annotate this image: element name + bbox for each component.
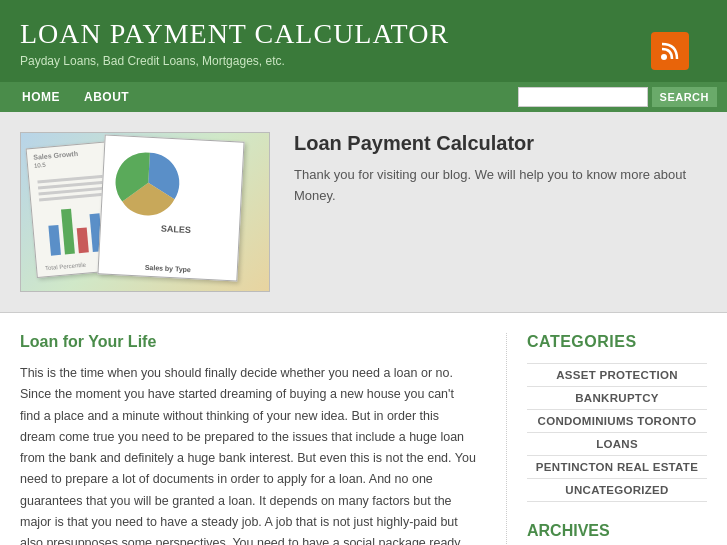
archives-title: ARCHIVES <box>527 522 707 540</box>
article-title: Loan for Your Life <box>20 333 476 351</box>
search-button[interactable]: Search <box>652 87 717 107</box>
nav-links: Home About <box>10 84 141 110</box>
search-input[interactable] <box>518 87 648 107</box>
hero-image: Sales Growth 10.5 Total Percentile <box>20 132 270 292</box>
hero-title: Loan Payment Calculator <box>294 132 707 155</box>
site-tagline: Payday Loans, Bad Credit Loans, Mortgage… <box>20 54 707 68</box>
sidebar: CATEGORIES Asset Protection Bankruptcy C… <box>507 333 707 545</box>
categories-title: CATEGORIES <box>527 333 707 351</box>
hero-text: Loan Payment Calculator Thank you for vi… <box>294 132 707 207</box>
site-header: Loan Payment Calculator Payday Loans, Ba… <box>0 0 727 82</box>
article-content: Loan for Your Life This is the time when… <box>20 333 507 545</box>
hero-description: Thank you for visiting our blog. We will… <box>294 165 707 207</box>
main-content: Loan for Your Life This is the time when… <box>0 313 727 545</box>
site-title: Loan Payment Calculator <box>20 18 707 50</box>
nav-item-about[interactable]: About <box>72 84 141 110</box>
category-loans[interactable]: Loans <box>527 433 707 455</box>
category-condominiums[interactable]: Condominiums Toronto <box>527 410 707 432</box>
paper-document-2: SALES Sales by Type <box>97 134 244 281</box>
hero-section: Sales Growth 10.5 Total Percentile <box>0 112 727 313</box>
category-bankruptcy[interactable]: Bankruptcy <box>527 387 707 409</box>
navigation: Home About Search <box>0 82 727 112</box>
rss-icon[interactable] <box>651 32 689 70</box>
search-area: Search <box>518 87 717 107</box>
divider-6 <box>527 501 707 502</box>
article-body: This is the time when you should finally… <box>20 363 476 545</box>
category-pentincton[interactable]: Pentincton Real Estate <box>527 456 707 478</box>
nav-item-home[interactable]: Home <box>10 84 72 110</box>
svg-point-0 <box>661 54 667 60</box>
category-uncategorized[interactable]: Uncategorized <box>527 479 707 501</box>
category-asset-protection[interactable]: Asset Protection <box>527 364 707 386</box>
